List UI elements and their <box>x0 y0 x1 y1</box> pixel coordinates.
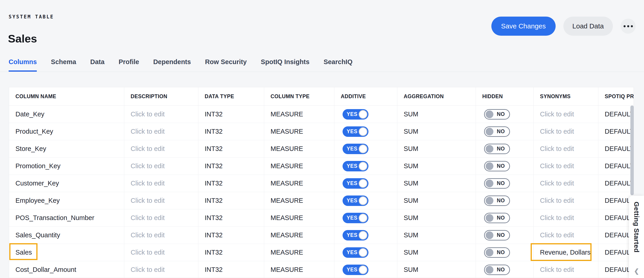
aggregation-cell[interactable]: SUM <box>397 123 476 140</box>
aggregation-cell[interactable]: SUM <box>397 192 476 209</box>
spotiq-preference-cell[interactable]: DEFAULT <box>598 140 634 157</box>
spotiq-preference-cell[interactable]: DEFAULT <box>598 244 634 261</box>
collapse-chevron-icon[interactable]: ❮ <box>634 267 639 275</box>
hidden-toggle[interactable]: NO <box>484 178 510 189</box>
additive-toggle[interactable]: YES <box>342 161 368 171</box>
description-cell[interactable]: Click to edit <box>124 106 198 123</box>
hidden-toggle[interactable]: NO <box>484 109 510 120</box>
hidden-toggle[interactable]: NO <box>484 264 510 275</box>
tab[interactable]: Row Security <box>205 53 247 72</box>
aggregation-cell[interactable]: SUM <box>397 244 476 261</box>
synonyms-value[interactable]: Click to edit <box>540 266 574 273</box>
spotiq-preference-cell[interactable]: DEFAULT <box>598 175 634 192</box>
hidden-toggle[interactable]: NO <box>484 247 510 258</box>
vertical-scrollbar-thumb[interactable] <box>630 106 634 195</box>
description-placeholder[interactable]: Click to edit <box>130 145 165 153</box>
synonyms-cell[interactable]: Revenue, Dollars <box>534 244 598 261</box>
description-cell[interactable]: Click to edit <box>124 175 198 192</box>
synonyms-value[interactable]: Click to edit <box>540 197 574 204</box>
tab[interactable]: Columns <box>9 53 37 72</box>
description-cell[interactable]: Click to edit <box>124 227 198 244</box>
additive-toggle[interactable]: YES <box>342 195 368 206</box>
synonyms-cell[interactable]: Click to edit <box>534 140 598 157</box>
description-cell[interactable]: Click to edit <box>124 244 198 261</box>
additive-toggle[interactable]: YES <box>342 264 368 275</box>
save-changes-button[interactable]: Save Changes <box>491 17 556 36</box>
synonyms-cell[interactable]: Click to edit <box>534 192 598 209</box>
additive-toggle[interactable]: YES <box>342 230 368 240</box>
hidden-toggle[interactable]: NO <box>484 230 510 240</box>
synonyms-cell[interactable]: Click to edit <box>534 261 598 278</box>
additive-toggle[interactable]: YES <box>342 109 368 120</box>
tab[interactable]: SpotIQ Insights <box>261 53 310 72</box>
synonyms-value[interactable]: Click to edit <box>540 110 574 118</box>
description-placeholder[interactable]: Click to edit <box>130 162 165 170</box>
tab[interactable]: Profile <box>118 53 139 72</box>
aggregation-cell[interactable]: SUM <box>397 106 476 123</box>
spotiq-preference-cell[interactable]: DEFAULT <box>598 209 634 226</box>
spotiq-preference-cell[interactable]: DEFAULT <box>598 106 634 123</box>
spotiq-preference-cell[interactable]: DEFAULT <box>598 261 634 278</box>
description-cell[interactable]: Click to edit <box>124 192 198 209</box>
column-type-cell[interactable]: MEASURE <box>264 140 334 157</box>
column-type-cell[interactable]: MEASURE <box>264 227 334 244</box>
hidden-toggle[interactable]: NO <box>484 161 510 171</box>
hidden-toggle[interactable]: NO <box>484 126 510 137</box>
aggregation-cell[interactable]: SUM <box>397 175 476 192</box>
spotiq-preference-cell[interactable]: DEFAULT <box>598 158 634 175</box>
description-placeholder[interactable]: Click to edit <box>130 197 165 204</box>
synonyms-value[interactable]: Click to edit <box>540 162 574 170</box>
description-placeholder[interactable]: Click to edit <box>130 266 165 273</box>
aggregation-cell[interactable]: SUM <box>397 158 476 175</box>
hidden-toggle[interactable]: NO <box>484 213 510 223</box>
additive-toggle[interactable]: YES <box>342 144 368 154</box>
column-type-cell[interactable]: MEASURE <box>264 123 334 140</box>
synonyms-value[interactable]: Click to edit <box>540 145 574 153</box>
description-cell[interactable]: Click to edit <box>124 123 198 140</box>
aggregation-cell[interactable]: SUM <box>397 209 476 226</box>
getting-started-panel[interactable]: Getting Started ❮ <box>629 196 644 278</box>
aggregation-cell[interactable]: SUM <box>397 261 476 278</box>
synonyms-value[interactable]: Click to edit <box>540 214 574 222</box>
additive-toggle[interactable]: YES <box>342 247 368 258</box>
description-cell[interactable]: Click to edit <box>124 140 198 157</box>
description-placeholder[interactable]: Click to edit <box>130 180 165 187</box>
synonyms-value[interactable]: Click to edit <box>540 180 574 187</box>
description-placeholder[interactable]: Click to edit <box>130 128 165 135</box>
description-placeholder[interactable]: Click to edit <box>130 249 165 256</box>
hidden-toggle[interactable]: NO <box>484 144 510 154</box>
synonyms-cell[interactable]: Click to edit <box>534 175 598 192</box>
synonyms-cell[interactable]: Click to edit <box>534 158 598 175</box>
aggregation-cell[interactable]: SUM <box>397 227 476 244</box>
tab[interactable]: Data <box>90 53 104 72</box>
column-type-cell[interactable]: MEASURE <box>264 261 334 278</box>
description-placeholder[interactable]: Click to edit <box>130 110 165 118</box>
additive-toggle[interactable]: YES <box>342 178 368 189</box>
description-cell[interactable]: Click to edit <box>124 209 198 226</box>
column-type-cell[interactable]: MEASURE <box>264 209 334 226</box>
tab[interactable]: Schema <box>51 53 76 72</box>
synonyms-cell[interactable]: Click to edit <box>534 106 598 123</box>
spotiq-preference-cell[interactable]: DEFAULT <box>598 192 634 209</box>
synonyms-cell[interactable]: Click to edit <box>534 123 598 140</box>
synonyms-value[interactable]: Click to edit <box>540 231 574 239</box>
tab[interactable]: Dependents <box>153 53 191 72</box>
more-options-button[interactable] <box>620 19 636 34</box>
description-placeholder[interactable]: Click to edit <box>130 231 165 239</box>
description-cell[interactable]: Click to edit <box>124 158 198 175</box>
column-type-cell[interactable]: MEASURE <box>264 244 334 261</box>
load-data-button[interactable]: Load Data <box>563 17 613 36</box>
description-placeholder[interactable]: Click to edit <box>130 214 165 222</box>
additive-toggle[interactable]: YES <box>342 213 368 223</box>
aggregation-cell[interactable]: SUM <box>397 140 476 157</box>
spotiq-preference-cell[interactable]: DEFAULT <box>598 123 634 140</box>
spotiq-preference-cell[interactable]: DEFAULT <box>598 227 634 244</box>
column-type-cell[interactable]: MEASURE <box>264 158 334 175</box>
hidden-toggle[interactable]: NO <box>484 195 510 206</box>
additive-toggle[interactable]: YES <box>342 126 368 137</box>
column-type-cell[interactable]: MEASURE <box>264 192 334 209</box>
synonyms-value[interactable]: Revenue, Dollars <box>540 249 590 256</box>
description-cell[interactable]: Click to edit <box>124 261 198 278</box>
column-type-cell[interactable]: MEASURE <box>264 175 334 192</box>
synonyms-cell[interactable]: Click to edit <box>534 209 598 226</box>
